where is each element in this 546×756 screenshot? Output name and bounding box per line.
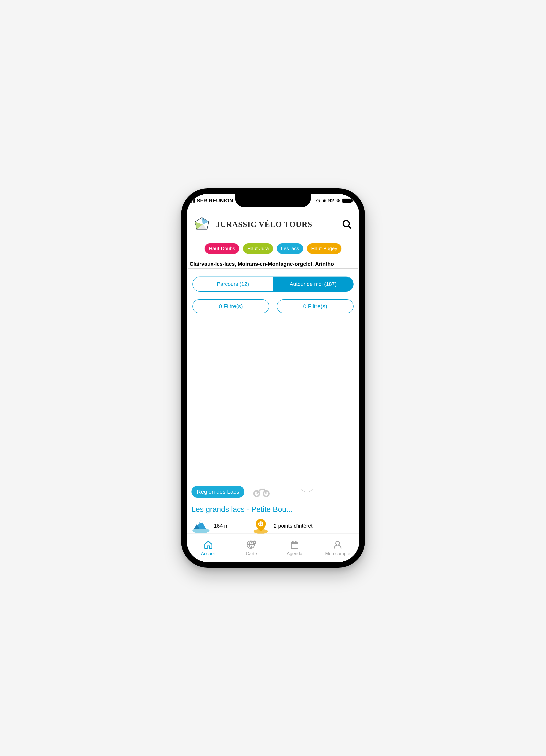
poi-pin-icon [252,518,271,534]
ebike-icon [252,482,271,501]
region-pill-haut-bugey[interactable]: Haut-Bugey [307,243,341,254]
svg-point-1 [318,200,318,201]
stat-elevation: 164 m [192,518,229,534]
phone-notch [235,194,311,207]
stat-poi-value: 2 points d'intérêt [274,523,312,529]
stat-poi: 2 points d'intérêt [252,518,312,534]
location-icon [316,199,320,203]
user-icon [333,539,342,550]
location-input[interactable]: Clairvaux-les-lacs, Moirans-en-Montagne-… [188,259,358,269]
app-logo-icon [193,216,211,233]
tab-bar: Accueil Carte Agenda [187,534,359,562]
tab-account-label: Mon compte [325,551,350,556]
region-pill-les-lacs[interactable]: Les lacs [277,243,303,254]
mountain-icon [192,518,211,534]
tab-map[interactable]: Carte [230,534,273,562]
app-header: JURASSIC VÉLO TOURS [187,207,359,241]
filter-row: 0 Filtre(s) 0 Filtre(s) [193,299,353,313]
region-pill-haut-jura[interactable]: Haut-Jura [243,243,273,254]
carrier-label: SFR REUNION [197,198,233,204]
card-title: Les grands lacs - Petite Bou... [192,505,354,514]
svg-point-27 [336,541,339,545]
tab-home[interactable]: Accueil [187,534,230,562]
svg-point-18 [259,522,260,523]
svg-point-19 [262,522,263,523]
battery-icon [342,199,352,203]
tab-agenda[interactable]: Agenda [273,534,316,562]
smile-icon [297,482,316,501]
segment-autour-de-moi[interactable]: Autour de moi (187) [273,277,353,291]
card-region-tag: Région des Lacs [192,486,245,498]
alarm-icon [322,199,326,203]
svg-point-2 [323,200,326,202]
segment-parcours[interactable]: Parcours (12) [193,277,273,291]
globe-pin-icon [246,539,257,550]
svg-point-24 [254,542,255,543]
tab-map-label: Carte [246,551,257,556]
phone-screen: SFR REUNION 12:43 92 % [187,194,359,562]
search-icon[interactable] [341,219,353,230]
svg-point-11 [305,489,308,493]
home-icon [204,539,213,550]
tab-account[interactable]: Mon compte [316,534,359,562]
route-card[interactable]: Région des Lacs Les grands lacs - Petite… [187,482,359,534]
filter-button-left[interactable]: 0 Filtre(s) [193,299,269,313]
svg-point-20 [259,524,260,525]
signal-icon [190,199,195,203]
tab-home-label: Accueil [201,551,216,556]
segmented-control: Parcours (12) Autour de moi (187) [193,277,353,292]
svg-point-17 [259,521,263,526]
svg-line-8 [348,226,351,228]
stat-elevation-value: 164 m [214,523,229,529]
svg-point-7 [343,220,349,226]
region-pill-row: Haut-Doubs Haut-Jura Les lacs Haut-Bugey [187,241,359,256]
phone-mockup: SFR REUNION 12:43 92 % [181,188,365,568]
region-pill-haut-doubs[interactable]: Haut-Doubs [205,243,239,254]
tab-agenda-label: Agenda [286,551,302,556]
calendar-icon [290,539,299,550]
battery-label: 92 % [328,198,340,204]
content-scroll[interactable]: Région des Lacs Les grands lacs - Petite… [187,313,359,534]
app-title: JURASSIC VÉLO TOURS [216,220,335,229]
svg-point-21 [262,524,263,525]
filter-button-right[interactable]: 0 Filtre(s) [277,299,353,313]
